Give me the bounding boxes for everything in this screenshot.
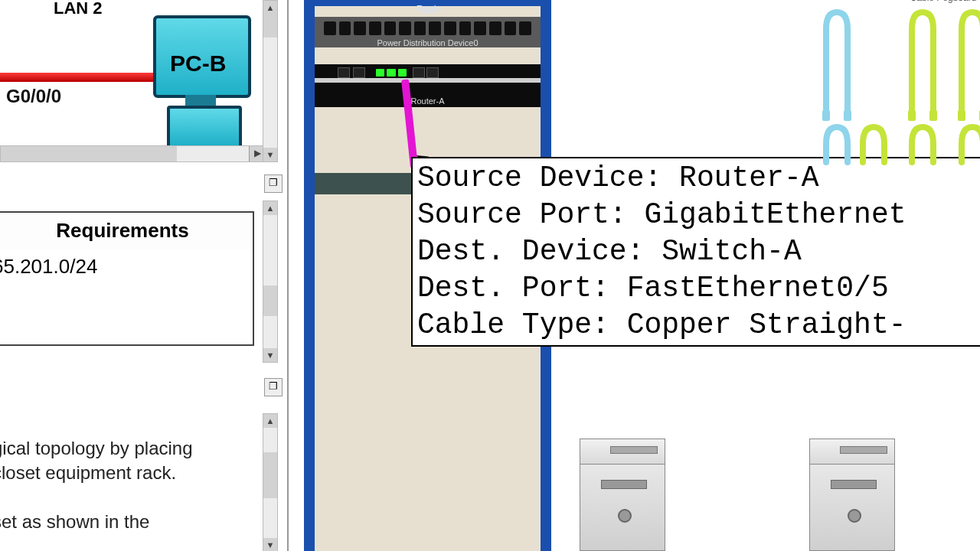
requirements-row-1: 65.201.0/24 (0, 249, 254, 288)
topology-canvas[interactable]: LAN 2 G0/0/0 PC-B (0, 0, 264, 145)
power-distribution-unit[interactable]: Power Distribution Device0 (315, 17, 541, 47)
v-scroll-thumb[interactable] (263, 452, 277, 498)
pegboard-cable[interactable] (852, 121, 895, 167)
lan2-label: LAN 2 (54, 0, 103, 18)
desktop-pc-2[interactable] (809, 432, 893, 551)
desktop-pc-1[interactable] (580, 432, 664, 551)
v-scroll-thumb[interactable] (263, 285, 277, 316)
pdu-label: Power Distribution Device0 (315, 38, 541, 47)
v-scroll-up-arrow-icon[interactable]: ▲ (263, 414, 277, 428)
v-scroll-up-arrow-icon[interactable]: ▲ (263, 201, 277, 215)
svg-rect-1 (844, 110, 851, 121)
cable-tooltip: Source Device: Router-A Source Port: Gig… (411, 157, 980, 347)
pc-name-label: PC-B (170, 51, 226, 77)
requirements-row-2 (0, 286, 254, 346)
v-scroll-down-arrow-icon[interactable]: ▼ (263, 148, 277, 161)
h-scroll-thumb[interactable] (1, 146, 177, 161)
svg-rect-4 (958, 110, 965, 121)
pegboard-cable[interactable] (901, 6, 944, 121)
undock-button-2[interactable]: ❐ (264, 378, 283, 396)
interface-label: G0/0/0 (6, 86, 61, 107)
instr-v-scrollbar[interactable]: ▲ ▼ (263, 413, 278, 551)
instructions-text: gical topology by placing closet equipme… (0, 436, 237, 534)
v-scroll-down-arrow-icon[interactable]: ▼ (263, 348, 277, 362)
pegboard-label: Cable Pegboard (848, 0, 980, 3)
svg-rect-0 (822, 110, 830, 121)
topology-h-scrollbar[interactable]: ▶ (0, 145, 266, 162)
svg-rect-2 (908, 110, 916, 121)
pegboard-cable[interactable] (951, 121, 980, 167)
topology-v-scrollbar[interactable]: ▲ ▼ (263, 0, 278, 162)
v-scroll-up-arrow-icon[interactable]: ▲ (263, 1, 277, 15)
v-scroll-down-arrow-icon[interactable]: ▼ (263, 538, 277, 551)
physical-workspace[interactable]: Rack Power Distribution Device0 Router-A… (289, 0, 980, 551)
pegboard-cable[interactable] (951, 6, 980, 121)
undock-button[interactable]: ❐ (264, 174, 283, 193)
v-scroll-thumb[interactable] (263, 15, 277, 37)
pegboard-cable[interactable] (815, 6, 858, 121)
router-label: Router-A (315, 96, 541, 106)
left-pane: LAN 2 G0/0/0 PC-B ▶ ▲ ▼ ❐ Requirements 6… (0, 0, 289, 551)
ethernet-link (0, 73, 153, 82)
pegboard-cable[interactable] (901, 121, 944, 167)
pc-b-icon[interactable]: PC-B (153, 8, 253, 134)
cable-pegboard: Cable Pegboard (549, 0, 980, 161)
rack-title: Rack (315, 3, 541, 15)
requirements-header: Requirements (0, 211, 254, 253)
router-a-device[interactable]: Router-A (315, 64, 541, 107)
table-v-scrollbar[interactable]: ▲ ▼ (263, 201, 278, 363)
svg-rect-3 (929, 110, 937, 121)
